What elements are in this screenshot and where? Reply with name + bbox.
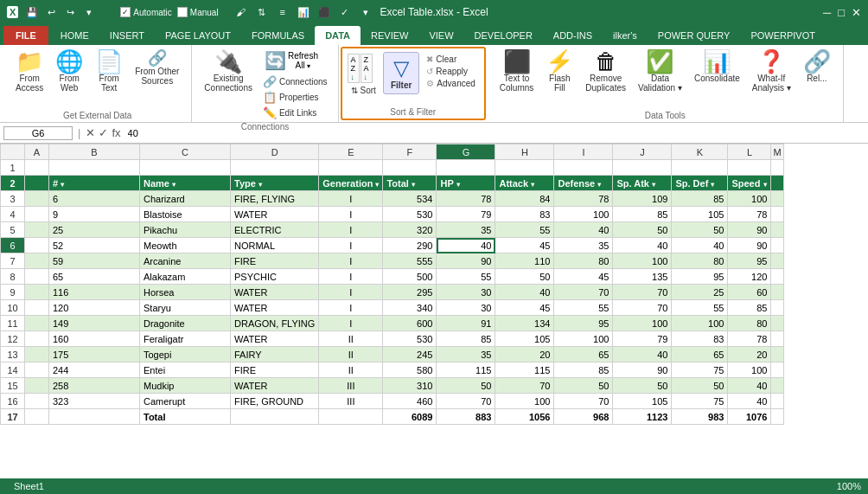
cell-l1[interactable] xyxy=(728,160,771,176)
cell-i5[interactable]: 40 xyxy=(554,222,613,238)
cell-h5[interactable]: 55 xyxy=(495,222,554,238)
tab-page-layout[interactable]: PAGE LAYOUT xyxy=(155,26,241,45)
cell-k17[interactable]: 983 xyxy=(672,409,728,425)
cell-l14[interactable]: 100 xyxy=(728,362,771,378)
cell-m14[interactable] xyxy=(771,362,783,378)
cell-d14[interactable]: FIRE xyxy=(231,362,319,378)
col-header-e[interactable]: E xyxy=(319,144,383,160)
row-num-16[interactable]: 16 xyxy=(1,394,25,409)
row-num-10[interactable]: 10 xyxy=(1,300,25,316)
cell-f8[interactable]: 500 xyxy=(383,269,437,285)
cell-j13[interactable]: 40 xyxy=(613,347,672,362)
cell-b6[interactable]: 52 xyxy=(49,238,140,253)
cell-a6[interactable] xyxy=(25,238,49,253)
sort-button[interactable]: ⇅ Sort xyxy=(348,85,380,96)
tab-data[interactable]: DATA xyxy=(315,26,361,45)
tab-home[interactable]: HOME xyxy=(50,26,99,45)
cell-k14[interactable]: 75 xyxy=(672,362,728,378)
cell-i8[interactable]: 45 xyxy=(554,269,613,285)
cell-b8[interactable]: 65 xyxy=(49,269,140,285)
row-num-13[interactable]: 13 xyxy=(1,347,25,362)
cell-g10[interactable]: 30 xyxy=(437,300,495,316)
cell-d4[interactable]: WATER xyxy=(231,207,319,222)
cell-m8[interactable] xyxy=(771,269,783,285)
cell-l11[interactable]: 80 xyxy=(728,316,771,331)
cell-a4[interactable] xyxy=(25,207,49,222)
cell-m1[interactable] xyxy=(771,160,783,176)
tab-view[interactable]: VIEW xyxy=(418,26,463,45)
cell-f9[interactable]: 295 xyxy=(383,285,437,300)
col-header-l[interactable]: L xyxy=(728,144,771,160)
properties-button[interactable]: 📋 Properties xyxy=(259,90,331,105)
cell-c16[interactable]: Camerupt xyxy=(140,394,231,409)
cell-b17[interactable] xyxy=(49,409,140,425)
cell-e2-gen[interactable]: Generation ▾ xyxy=(319,176,383,191)
sheet-tab[interactable]: Sheet1 xyxy=(7,481,51,491)
row-num-4[interactable]: 4 xyxy=(1,207,25,222)
redo-qat-btn[interactable]: ↪ xyxy=(61,3,79,21)
col-header-k[interactable]: K xyxy=(672,144,728,160)
cell-e16[interactable]: III xyxy=(319,394,383,409)
cell-c15[interactable]: Mudkip xyxy=(140,378,231,394)
cell-g17[interactable]: 883 xyxy=(437,409,495,425)
cell-d8[interactable]: PSYCHIC xyxy=(231,269,319,285)
col-header-m[interactable]: M xyxy=(771,144,783,160)
col-header-a[interactable]: A xyxy=(25,144,49,160)
cell-l17[interactable]: 1076 xyxy=(728,409,771,425)
cell-k16[interactable]: 75 xyxy=(672,394,728,409)
cell-e3[interactable]: I xyxy=(319,191,383,207)
row-num-2[interactable]: 2 xyxy=(1,176,25,191)
cell-m6[interactable] xyxy=(771,238,783,253)
cell-h17[interactable]: 1056 xyxy=(495,409,554,425)
cell-j12[interactable]: 79 xyxy=(613,331,672,347)
row-num-3[interactable]: 3 xyxy=(1,191,25,207)
save-qat-btn[interactable]: 💾 xyxy=(23,3,41,21)
cell-h16[interactable]: 100 xyxy=(495,394,554,409)
cell-g13[interactable]: 35 xyxy=(437,347,495,362)
cell-e8[interactable]: I xyxy=(319,269,383,285)
cell-k10[interactable]: 55 xyxy=(672,300,728,316)
edit-links-button[interactable]: ✏️ Edit Links xyxy=(259,106,331,120)
cell-e11[interactable]: I xyxy=(319,316,383,331)
cell-g6-selected[interactable]: 40 xyxy=(437,238,495,253)
cell-k11[interactable]: 100 xyxy=(672,316,728,331)
cell-k3[interactable]: 85 xyxy=(672,191,728,207)
cell-l5[interactable]: 90 xyxy=(728,222,771,238)
automatic-checkbox[interactable]: ✓ Automatic xyxy=(120,7,171,17)
cell-h11[interactable]: 134 xyxy=(495,316,554,331)
cell-f5[interactable]: 320 xyxy=(383,222,437,238)
cell-c1[interactable] xyxy=(140,160,231,176)
cell-k13[interactable]: 65 xyxy=(672,347,728,362)
cell-j1[interactable] xyxy=(613,160,672,176)
cell-c5[interactable]: Pikachu xyxy=(140,222,231,238)
cell-e12[interactable]: II xyxy=(319,331,383,347)
cell-e13[interactable]: II xyxy=(319,347,383,362)
expand-btn[interactable]: ⬛ xyxy=(316,3,333,21)
cell-b13[interactable]: 175 xyxy=(49,347,140,362)
insert-function-btn[interactable]: fx xyxy=(112,126,120,139)
what-if-analysis-button[interactable]: ❓ What-IfAnalysis ▾ xyxy=(747,48,796,94)
cell-l7[interactable]: 95 xyxy=(728,253,771,269)
cell-d3[interactable]: FIRE, FLYING xyxy=(231,191,319,207)
cell-f4[interactable]: 530 xyxy=(383,207,437,222)
cell-a2[interactable] xyxy=(25,176,49,191)
cell-k2-spdef[interactable]: Sp. Def ▾ xyxy=(672,176,728,191)
cell-g8[interactable]: 55 xyxy=(437,269,495,285)
cell-i1[interactable] xyxy=(554,160,613,176)
cell-h1[interactable] xyxy=(495,160,554,176)
tab-review[interactable]: REVIEW xyxy=(361,26,418,45)
cell-e7[interactable]: I xyxy=(319,253,383,269)
consolidate-button[interactable]: 📊 Consolidate xyxy=(689,48,745,85)
cell-h7[interactable]: 110 xyxy=(495,253,554,269)
cell-b12[interactable]: 160 xyxy=(49,331,140,347)
row-num-7[interactable]: 7 xyxy=(1,253,25,269)
cell-k15[interactable]: 50 xyxy=(672,378,728,394)
cell-m4[interactable] xyxy=(771,207,783,222)
filter-button[interactable]: ▽ Filter xyxy=(383,52,419,94)
cell-c11[interactable]: Dragonite xyxy=(140,316,231,331)
cell-j4[interactable]: 85 xyxy=(613,207,672,222)
close-btn[interactable]: ✕ xyxy=(852,6,861,19)
cell-i10[interactable]: 55 xyxy=(554,300,613,316)
cell-a8[interactable] xyxy=(25,269,49,285)
row-num-5[interactable]: 5 xyxy=(1,222,25,238)
